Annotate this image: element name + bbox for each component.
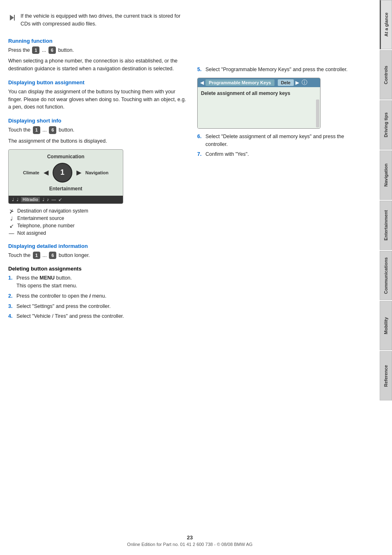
sidebar-tab-reference[interactable]: Reference: [380, 351, 392, 400]
hitradio-label: Hitradio: [21, 197, 40, 202]
step-1-num: 1.: [8, 274, 14, 290]
detailed-btn2: 6: [49, 252, 56, 259]
step-5-num: 5.: [197, 66, 203, 74]
legend-item-notassigned: — Not assigned: [8, 230, 189, 236]
button-6-pill: 6: [48, 46, 56, 54]
nav-bottom-bar: ♩ ♩ Hitradio ♩ ♪ — ↙: [9, 196, 123, 204]
pmk-arrow-left-icon: ◀: [200, 80, 204, 86]
step-3-num: 3.: [8, 303, 14, 310]
step-5-text: Select "Programmable Memory Keys" and pr…: [205, 66, 348, 74]
running-function-text2: When selecting a phone number, the conne…: [8, 57, 189, 73]
legend-nav-text: Destination of navigation system: [17, 208, 88, 214]
step-2-num: 2.: [8, 292, 14, 300]
sidebar-tab-driving-tips[interactable]: Driving tips: [380, 100, 392, 150]
triangle-note-icon: [8, 13, 17, 22]
nav-center-btn: 1: [53, 163, 72, 183]
page-number: 23: [0, 534, 380, 541]
sidebar-tab-communications[interactable]: Communications: [380, 251, 392, 300]
legend-list: ⊁ Destination of navigation system ♩ Ent…: [8, 208, 189, 236]
step-4: 4. Select "Vehicle / Tires" and press th…: [8, 312, 189, 320]
nav-right-label: Navigation: [85, 170, 108, 175]
pmk-body: Delete assignment of all memory keys: [198, 87, 320, 128]
note-box: If the vehicle is equipped with two driv…: [8, 12, 189, 31]
legend-item-entertainment: ♩ Entertainment source: [8, 215, 189, 222]
right-steps-6-7: 6. Select "Delete assignment of all memo…: [197, 133, 353, 158]
nav-bottom-label: Entertainment: [13, 186, 119, 192]
nav-arrow-right: ▶: [76, 169, 81, 176]
displaying-detailed-text: Touch the 1 ... 6 button longer.: [8, 252, 189, 259]
deleting-btn-heading: Deleting button assignments: [8, 266, 189, 272]
displaying-btn-assignment-text: You can display the assignment of the bu…: [8, 88, 189, 111]
step-6-text: Select "Delete assignment of all memory …: [205, 133, 353, 148]
step-6-num: 6.: [197, 133, 203, 148]
navigation-display-graphic: Communication Climate ◀ 1 ▶ Navigation E…: [8, 149, 123, 204]
nav-bar-icon3: ♩: [42, 197, 44, 202]
right-steps-list: 5. Select "Programmable Memory Keys" and…: [197, 66, 353, 74]
sidebar-tab-controls[interactable]: Controls: [380, 50, 392, 99]
pmk-dele-btn[interactable]: Dele: [278, 79, 294, 86]
page-footer: 23 Online Edition for Part no. 01 41 2 6…: [0, 534, 380, 547]
step-5: 5. Select "Programmable Memory Keys" and…: [197, 66, 353, 74]
pmk-arrow-right-icon: ▶: [295, 80, 299, 86]
detailed-btn1: 1: [33, 252, 40, 259]
step-7: 7. Confirm with "Yes".: [197, 150, 353, 158]
short-info-btn1: 1: [33, 126, 40, 134]
legend-item-nav: ⊁ Destination of navigation system: [8, 208, 189, 214]
pmk-info-icon: ⓘ: [302, 79, 307, 86]
step-7-text: Confirm with "Yes".: [205, 150, 249, 158]
note-text: If the vehicle is equipped with two driv…: [21, 12, 189, 28]
step-3-text: Select "Settings" and press the controll…: [16, 303, 111, 310]
legend-entertainment-text: Entertainment source: [17, 215, 64, 221]
pmk-body-text: Delete assignment of all memory keys: [201, 90, 317, 96]
step-2-text: Press the controller to open the i menu.: [16, 292, 106, 300]
legend-item-telephone: ↙ Telephone, phone number: [8, 223, 189, 229]
nav-destination-icon: ⊁: [8, 208, 15, 214]
pmk-tab-label: Programmable Memory Keys: [205, 79, 274, 86]
nav-bar-dash: —: [51, 197, 56, 202]
nav-left-label: Climate: [23, 170, 39, 175]
running-function-text1: Press the 1 ... 6 button.: [8, 46, 189, 54]
step-1-text: Press the MENU button.This opens the sta…: [16, 274, 77, 290]
pmk-scrollbar[interactable]: [316, 99, 319, 127]
step-7-num: 7.: [197, 150, 203, 158]
step-2: 2. Press the controller to open the i me…: [8, 292, 189, 300]
entertainment-icon: ♩: [8, 215, 15, 222]
displaying-detailed-heading: Displaying detailed information: [8, 243, 189, 249]
step-3: 3. Select "Settings" and press the contr…: [8, 303, 189, 310]
right-column: 5. Select "Programmable Memory Keys" and…: [197, 8, 353, 547]
svg-marker-0: [10, 15, 14, 21]
sidebar-tab-mobility[interactable]: Mobility: [380, 301, 392, 350]
pmk-header: ◀ Programmable Memory Keys Dele ▶ ⓘ: [198, 78, 320, 87]
deleting-steps-list: 1. Press the MENU button.This opens the …: [8, 274, 189, 320]
legend-telephone-text: Telephone, phone number: [17, 223, 74, 229]
nav-arrow-left: ◀: [44, 169, 48, 176]
nav-bar-icon2: ♩: [16, 197, 18, 202]
button-1-pill: 1: [32, 46, 39, 54]
short-info-btn2: 6: [49, 126, 56, 134]
legend-notassigned-text: Not assigned: [17, 230, 46, 236]
step-4-num: 4.: [8, 312, 14, 320]
step-6: 6. Select "Delete assignment of all memo…: [197, 133, 353, 148]
footer-copyright: Online Edition for Part no. 01 41 2 600 …: [0, 542, 380, 547]
step-4-text: Select "Vehicle / Tires" and press the c…: [16, 312, 124, 320]
sidebar-tab-navigation[interactable]: Navigation: [380, 150, 392, 200]
sidebar-tabs: At a glance Controls Driving tips Naviga…: [380, 0, 392, 555]
sidebar-tab-entertainment[interactable]: Entertainment: [380, 201, 392, 250]
nav-top-label: Communication: [13, 154, 119, 160]
displaying-short-touch-line: Touch the 1 ... 6 button.: [8, 126, 189, 134]
step-1: 1. Press the MENU button.This opens the …: [8, 274, 189, 290]
displaying-short-text2: The assignment of the buttons is display…: [8, 137, 189, 145]
telephone-icon: ↙: [8, 223, 15, 229]
running-function-heading: Running function: [8, 38, 189, 44]
not-assigned-icon: —: [8, 230, 15, 236]
displaying-short-info-heading: Displaying short info: [8, 118, 189, 124]
displaying-btn-assignment-heading: Displaying button assignment: [8, 79, 189, 86]
sidebar-tab-at-a-glance[interactable]: At a glance: [380, 0, 392, 49]
pmk-display: ◀ Programmable Memory Keys Dele ▶ ⓘ Dele…: [197, 78, 321, 129]
nav-bar-icon4: ♪: [47, 197, 49, 202]
nav-bar-phone: ↙: [58, 197, 62, 202]
nav-bar-icon1: ♩: [12, 197, 14, 202]
